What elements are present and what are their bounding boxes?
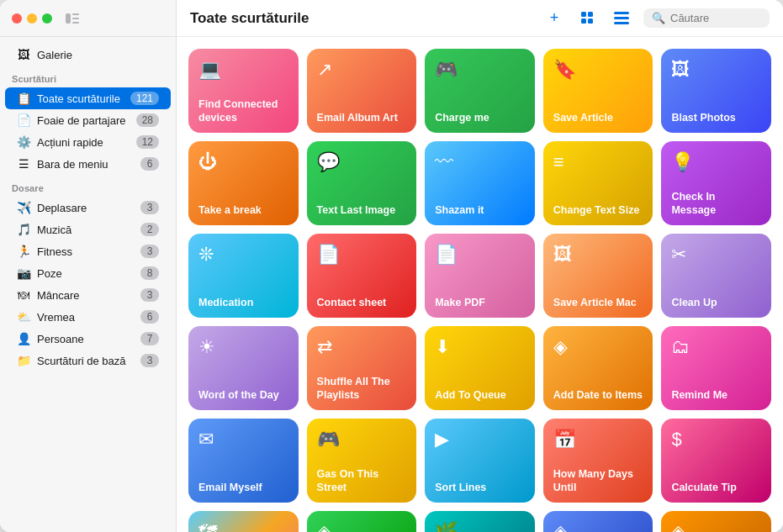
- sidebar-item-galerie[interactable]: 🖼 Galerie: [5, 44, 171, 66]
- sidebar-item-mancare[interactable]: 🍽 Mâncare 3: [5, 284, 171, 306]
- sidebar-item-fitness[interactable]: 🏃 Fitness 3: [5, 240, 171, 262]
- svg-rect-3: [72, 22, 79, 24]
- shortcut-card-place-to-eat[interactable]: 🗺 Place To Eat: [188, 511, 299, 532]
- card-icon-text-last-image: 💬: [317, 151, 407, 173]
- minimize-button[interactable]: [27, 13, 37, 24]
- card-label-sort-lines: Sort Lines: [435, 481, 525, 494]
- card-label-gas-on-street: Gas On This Street: [317, 467, 407, 495]
- add-button[interactable]: +: [542, 7, 566, 30]
- shortcut-card-how-many-days[interactable]: 📅 How Many Days Until: [543, 419, 653, 503]
- sidebar-label-poze: Poze: [37, 267, 134, 280]
- sidebar-item-actiuni[interactable]: ⚙️ Acțiuni rapide 12: [5, 131, 171, 153]
- card-label-shuffle-playlists: Shuffle All The Playlists: [317, 375, 407, 403]
- foaie-icon: 📄: [17, 113, 30, 127]
- card-icon-blast-photos: 🖼: [671, 59, 761, 81]
- shortcut-card-save-article-mac[interactable]: 🖼 Save Article Mac: [543, 234, 653, 318]
- sidebar-item-persoane[interactable]: 👤 Persoane 7: [5, 328, 171, 350]
- scurtaturi-baza-count: 3: [140, 354, 159, 367]
- shortcut-card-blast-photos[interactable]: 🖼 Blast Photos: [661, 49, 771, 133]
- card-label-email-album: Email Album Art: [317, 111, 407, 124]
- deplasare-icon: ✈️: [17, 201, 30, 214]
- card-icon-place-to-eat: 🗺: [198, 521, 288, 532]
- vremea-icon: ⛅: [17, 310, 30, 324]
- sidebar-item-foaie[interactable]: 📄 Foaie de partajare 28: [5, 109, 171, 131]
- card-icon-find-connected: 💻: [198, 59, 288, 81]
- shortcut-card-calculate-tip[interactable]: $ Calculate Tip: [661, 419, 771, 503]
- shortcut-card-location-to-mother[interactable]: 🌿 Location to Mother: [425, 511, 535, 532]
- card-label-word-of-day: Word of the Day: [198, 388, 288, 402]
- card-label-charge-me: Charge me: [435, 111, 525, 124]
- search-input[interactable]: [670, 12, 761, 24]
- card-icon-how-many-days: 📅: [553, 429, 643, 450]
- sidebar-item-poze[interactable]: 📷 Poze 8: [5, 262, 171, 284]
- fitness-icon: 🏃: [17, 245, 30, 258]
- poze-count: 8: [140, 266, 159, 280]
- search-icon: 🔍: [652, 12, 665, 24]
- scurtaturi-baza-icon: 📁: [17, 354, 30, 367]
- shortcut-card-gas-on-street[interactable]: 🎮 Gas On This Street: [307, 419, 417, 503]
- card-icon-charge-me: 🎮: [435, 59, 525, 81]
- sidebar-toggle-icon[interactable]: [66, 12, 79, 25]
- card-icon-take-break: ⏻: [198, 151, 288, 173]
- mancare-count: 3: [140, 288, 159, 302]
- card-label-shazam-it: Shazam it: [435, 203, 525, 217]
- shortcut-card-infinite-loop[interactable]: ◈ Infinite Loop: [543, 511, 653, 532]
- shortcut-card-find-connected[interactable]: 💻 Find Connected devices: [188, 49, 299, 133]
- svg-rect-8: [614, 12, 629, 14]
- sidebar-item-muzica[interactable]: 🎵 Muzică 2: [5, 219, 171, 240]
- shortcut-card-email-myself[interactable]: ✉ Email Myself: [188, 419, 299, 503]
- deplasare-count: 3: [140, 201, 159, 214]
- sidebar-item-toate[interactable]: 📋 Toate scurtăturile 121: [5, 87, 171, 109]
- shortcut-card-sort-lines[interactable]: ▶ Sort Lines: [425, 419, 535, 503]
- sidebar-item-scurtaturi-baza[interactable]: 📁 Scurtături de bază 3: [5, 350, 171, 371]
- card-icon-save-article-mac: 🖼: [553, 244, 643, 266]
- sidebar-item-deplasare[interactable]: ✈️ Deplasare 3: [5, 197, 171, 219]
- shortcut-card-clean-up[interactable]: ✂ Clean Up: [661, 234, 771, 318]
- svg-rect-1: [72, 13, 79, 15]
- card-icon-remind-me: 🗂: [671, 336, 761, 358]
- shortcut-card-word-of-day[interactable]: ☀ Word of the Day: [188, 326, 299, 410]
- shortcut-card-contact-sheet[interactable]: 📄 Contact sheet: [307, 234, 417, 318]
- sidebar-label-actiuni: Acțiuni rapide: [37, 136, 130, 149]
- shortcut-card-shazam-it[interactable]: 〰 Shazam it: [425, 141, 535, 225]
- shortcut-card-content-graph[interactable]: ◈ Content Graph: [661, 511, 771, 532]
- card-label-blast-photos: Blast Photos: [671, 111, 761, 124]
- fullscreen-button[interactable]: [42, 13, 52, 24]
- shortcut-card-change-text-size[interactable]: ≡ Change Text Size: [543, 141, 653, 225]
- sidebar-item-bara[interactable]: ☰ Bara de meniu 6: [5, 153, 171, 175]
- shortcut-card-make-pdf[interactable]: 📄 Make PDF: [425, 234, 535, 318]
- actiuni-icon: ⚙️: [17, 135, 30, 149]
- shortcut-card-add-date-items[interactable]: ◈ Add Date to Items: [543, 326, 653, 410]
- shortcut-card-add-to-queue[interactable]: ⬇ Add To Queue: [425, 326, 535, 410]
- card-icon-infinite-loop: ◈: [553, 521, 643, 532]
- card-icon-sort-lines: ▶: [435, 429, 525, 450]
- shortcut-card-medication[interactable]: ❊ Medication: [188, 234, 299, 318]
- card-label-change-text-size: Change Text Size: [553, 203, 643, 217]
- sidebar-label-vremea: Vremea: [37, 311, 134, 324]
- shortcut-card-text-last-image[interactable]: 💬 Text Last Image: [307, 141, 417, 225]
- grid-view-button[interactable]: [576, 7, 600, 30]
- shortcut-card-charge-me[interactable]: 🎮 Charge me: [425, 49, 535, 133]
- card-label-email-myself: Email Myself: [198, 481, 288, 494]
- card-icon-shuffle-playlists: ⇄: [317, 336, 407, 358]
- shortcut-card-shuffle-playlists[interactable]: ⇄ Shuffle All The Playlists: [307, 326, 417, 410]
- list-view-button[interactable]: [610, 7, 633, 30]
- card-label-save-article: Save Article: [553, 111, 643, 124]
- card-icon-shazam-it: 〰: [435, 151, 525, 173]
- shortcut-card-email-album[interactable]: ↗ Email Album Art: [307, 49, 417, 133]
- main-titlebar: Toate scurtăturile + 🔍: [177, 0, 783, 37]
- shortcut-card-take-break[interactable]: ⏻ Take a break: [188, 141, 299, 225]
- close-button[interactable]: [12, 13, 22, 24]
- card-icon-change-text-size: ≡: [553, 151, 643, 173]
- shortcut-card-save-article[interactable]: 🔖 Save Article: [543, 49, 653, 133]
- card-label-find-connected: Find Connected devices: [198, 97, 288, 125]
- persoane-count: 7: [140, 332, 159, 345]
- muzica-icon: 🎵: [17, 223, 30, 236]
- sidebar-content: 🖼 Galerie Scurtături 📋 Toate scurtăturil…: [0, 37, 176, 532]
- shortcut-card-check-in[interactable]: 💡 Check In Message: [661, 141, 771, 225]
- shortcut-card-remind-me[interactable]: 🗂 Remind Me: [661, 326, 771, 410]
- shortcut-card-screenshots[interactable]: ◈ Screenshots: [307, 511, 417, 532]
- sidebar-item-vremea[interactable]: ⛅ Vremea 6: [5, 306, 171, 328]
- card-label-calculate-tip: Calculate Tip: [671, 481, 761, 494]
- mancare-icon: 🍽: [17, 288, 30, 302]
